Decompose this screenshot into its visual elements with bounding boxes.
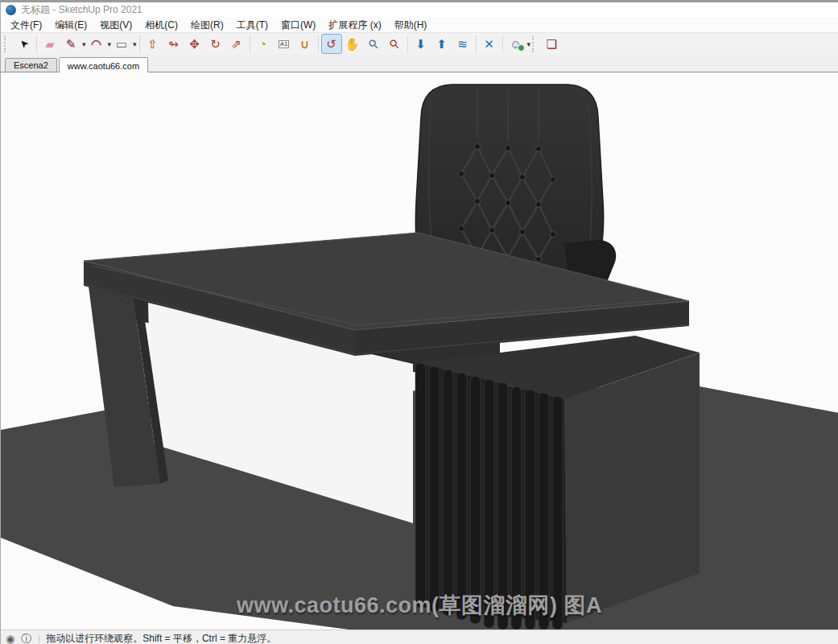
follow-me-tool-button[interactable]: ↬: [163, 34, 184, 54]
account-person-icon: ☺: [510, 38, 522, 50]
info-icon[interactable]: ⓘ: [21, 634, 31, 644]
select-cursor-icon: ➤: [17, 37, 31, 51]
rotate-tool-button[interactable]: ↻: [205, 34, 226, 54]
menu-edit[interactable]: 编辑(E): [48, 18, 93, 32]
scale-tool-button[interactable]: ⇗: [226, 34, 247, 54]
tape-measure-icon: ◔: [259, 38, 266, 50]
menu-draw[interactable]: 绘图(R): [184, 18, 230, 32]
move-arrows-icon: ✥: [189, 38, 200, 50]
scene-tab-caotu66[interactable]: www.caotu66.com: [59, 57, 148, 72]
share-component-button[interactable]: ≋: [452, 34, 473, 54]
orbit-icon: ↺: [326, 38, 336, 50]
menu-view[interactable]: 视图(V): [93, 18, 138, 32]
menu-file[interactable]: 文件(F): [4, 18, 48, 32]
status-bar: ◉ ⓘ | 拖动以进行环绕观察。Shift = 平移，Ctrl = 重力悬浮。: [1, 630, 838, 644]
push-pull-tool-button[interactable]: ⇧: [142, 34, 163, 54]
sketchup-window: 无标题 - SketchUp Pro 2021 文件(F) 编辑(E) 视图(V…: [0, 0, 838, 644]
magnifier-icon: ⚲: [365, 36, 380, 51]
send-to-layout-icon: ❏: [546, 38, 556, 50]
menu-camera[interactable]: 相机(C): [138, 18, 184, 32]
toolbar-separator: [318, 35, 319, 53]
rectangle-icon: ▭: [116, 38, 127, 50]
window-title: 无标题 - SketchUp Pro 2021: [21, 3, 142, 17]
push-pull-icon: ⇧: [147, 38, 158, 50]
eraser-icon: ▰: [45, 38, 55, 50]
pencil-icon: ✎: [66, 38, 76, 50]
follow-me-icon: ↬: [168, 38, 179, 50]
title-bar: 无标题 - SketchUp Pro 2021: [1, 2, 838, 18]
menu-tools[interactable]: 工具(T): [230, 18, 275, 32]
3d-warehouse-button[interactable]: ⬇: [411, 34, 431, 54]
toolbar-separator: [502, 35, 503, 53]
select-tool-button[interactable]: ➤: [13, 34, 34, 54]
scale-icon: ⇗: [231, 38, 241, 50]
rectangle-tool-button[interactable]: ▭: [111, 34, 132, 54]
toolbar-separator: [36, 35, 37, 53]
rotate-icon: ↻: [210, 38, 221, 50]
sketchup-logo-icon: [6, 5, 16, 15]
sign-in-dropdown-arrow-icon[interactable]: ▾: [527, 40, 531, 48]
pedestal-slats: [415, 363, 563, 630]
paint-bucket-tool-button[interactable]: ∪: [295, 34, 316, 54]
eraser-tool-button[interactable]: ▰: [39, 34, 60, 54]
toolbar-drag-handle[interactable]: [532, 36, 538, 52]
rectangle-dropdown-arrow-icon[interactable]: ▾: [133, 40, 137, 48]
send-to-layout-button[interactable]: ❏: [541, 34, 562, 54]
zoom-extents-icon: ⚲: [386, 36, 401, 51]
toolbar-separator: [407, 35, 408, 53]
share-model-button[interactable]: ⬆: [431, 34, 452, 54]
toolbar-separator: [476, 35, 477, 53]
toolbar-separator: [250, 35, 250, 53]
pan-tool-button[interactable]: ✋: [342, 34, 363, 54]
menu-extensions[interactable]: 扩展程序 (x): [322, 18, 387, 32]
zoom-tool-button[interactable]: ⚲: [363, 34, 384, 54]
menu-window[interactable]: 窗口(W): [275, 18, 322, 32]
trimble-connect-icon: ✕: [484, 38, 494, 50]
orbit-tool-button[interactable]: ↺: [321, 34, 342, 54]
toolbar-separator: [139, 35, 140, 53]
3d-warehouse-icon: ⬇: [415, 38, 426, 50]
status-hint-text: 拖动以进行环绕观察。Shift = 平移，Ctrl = 重力悬浮。: [46, 632, 276, 644]
sign-in-button[interactable]: ☺: [506, 34, 526, 54]
toolbar: ➤ ▰ ✎ ▾ ◠ ▾ ▭ ▾ ⇧ ↬: [1, 32, 838, 55]
pan-hand-icon: ✋: [345, 38, 360, 50]
text-label-icon: A1: [279, 40, 290, 48]
move-tool-button[interactable]: ✥: [184, 34, 205, 54]
model-viewport[interactable]: www.caotu66.com(草图溜溜网) 图A: [1, 72, 838, 630]
model-canvas[interactable]: [1, 72, 838, 630]
arc-icon: ◠: [91, 38, 101, 50]
menu-bar: 文件(F) 编辑(E) 视图(V) 相机(C) 绘图(R) 工具(T) 窗口(W…: [1, 18, 838, 32]
menu-help[interactable]: 帮助(H): [388, 18, 434, 32]
paint-bucket-icon: ∪: [300, 38, 309, 50]
zoom-extents-tool-button[interactable]: ⚲: [384, 34, 405, 54]
arc-tool-button[interactable]: ◠: [86, 34, 107, 54]
tape-measure-tool-button[interactable]: ◔: [253, 34, 274, 54]
geolocation-icon[interactable]: ◉: [6, 634, 14, 644]
share-component-icon: ≋: [457, 38, 468, 50]
toolbar-drag-handle[interactable]: [4, 36, 10, 52]
scene-tab-escena2[interactable]: Escena2: [5, 58, 57, 72]
scene-tab-bar: Escena2 www.caotu66.com: [1, 55, 838, 72]
trimble-connect-button[interactable]: ✕: [479, 34, 500, 54]
share-model-icon: ⬆: [436, 38, 447, 50]
status-divider: |: [38, 634, 40, 643]
text-tool-button[interactable]: A1: [274, 34, 295, 54]
line-tool-button[interactable]: ✎: [60, 34, 81, 54]
